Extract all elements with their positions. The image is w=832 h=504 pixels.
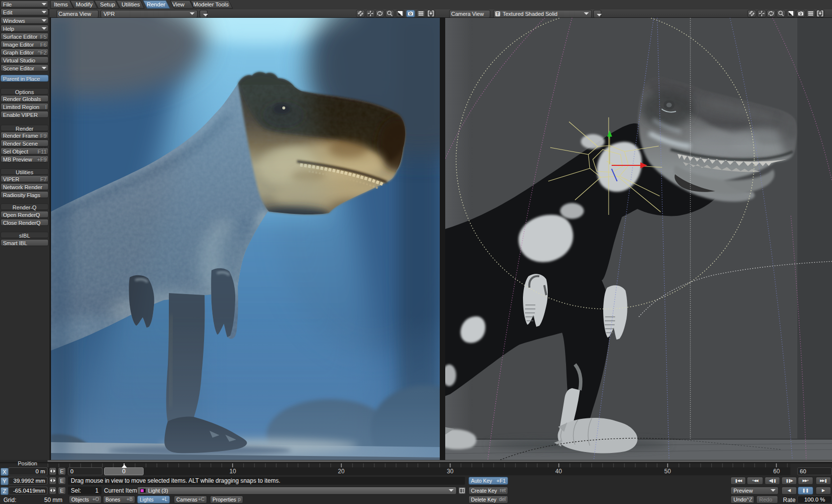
svg-text:Modify: Modify	[76, 1, 93, 7]
svg-text:Render: Render	[147, 1, 165, 7]
svg-text:Items: Items	[54, 1, 68, 7]
svg-text:View: View	[172, 1, 185, 7]
svg-text:Setup: Setup	[100, 1, 115, 7]
svg-text:Modeler Tools: Modeler Tools	[193, 1, 229, 7]
svg-text:Utilities: Utilities	[121, 1, 140, 7]
